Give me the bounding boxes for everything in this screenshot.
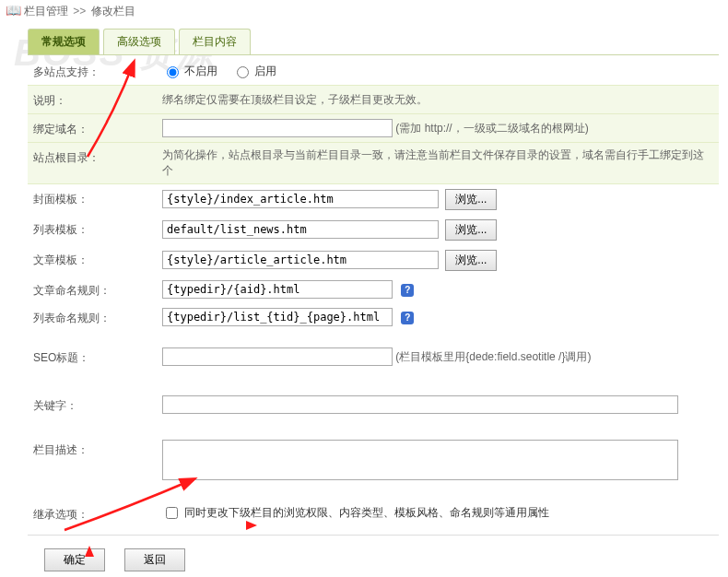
browse-list-button[interactable]: 浏览... — [445, 219, 497, 241]
explain-text: 绑名绑定仅需要在顶级栏目设定，子级栏目更改无效。 — [162, 93, 428, 106]
tab-content[interactable]: 栏目内容 — [179, 29, 251, 54]
page-header: 栏目管理 >> 修改栏目 — [0, 0, 728, 23]
label-article-tpl: 文章模板： — [28, 245, 157, 276]
form-table: 多站点支持： 不启用 启用 说明： 绑名绑定仅需要在顶级栏目设定，子级栏目更改无… — [28, 57, 719, 527]
label-seo-title: SEO标题： — [28, 343, 157, 371]
radio-enable[interactable] — [237, 66, 249, 78]
label-article-rule: 文章命名规则： — [28, 276, 157, 303]
back-button[interactable]: 返回 — [124, 548, 185, 571]
browse-cover-button[interactable]: 浏览... — [445, 189, 497, 210]
help-icon[interactable]: ? — [401, 312, 414, 324]
inherit-text: 同时更改下级栏目的浏览权限、内容类型、模板风格、命名规则等通用属性 — [184, 505, 549, 521]
help-icon[interactable]: ? — [401, 284, 414, 297]
ok-button[interactable]: 确定 — [44, 548, 105, 571]
article-rule-input[interactable] — [162, 280, 393, 299]
label-keywords: 关键字： — [28, 391, 157, 418]
keywords-input[interactable] — [162, 395, 678, 414]
seo-title-input[interactable] — [162, 347, 393, 366]
seo-hint: (栏目模板里用{dede:field.seotitle /}调用) — [395, 350, 591, 363]
button-bar: 确定 返回 — [28, 535, 719, 571]
bind-domain-input[interactable] — [162, 119, 393, 137]
site-root-hint: 为简化操作，站点根目录与当前栏目目录一致，请注意当前栏目文件保存目录的设置，域名… — [162, 148, 704, 177]
inherit-checkbox[interactable] — [166, 507, 178, 519]
tab-advanced[interactable]: 高级选项 — [103, 29, 175, 54]
label-cover-tpl: 封面模板： — [28, 184, 157, 216]
breadcrumb-section: 栏目管理 — [24, 5, 68, 18]
label-multisite: 多站点支持： — [28, 57, 157, 86]
article-tpl-input[interactable] — [162, 251, 439, 269]
book-icon — [6, 6, 20, 18]
list-rule-input[interactable] — [162, 308, 393, 326]
list-tpl-input[interactable] — [162, 220, 439, 239]
label-site-root: 站点根目录： — [28, 143, 157, 184]
browse-article-button[interactable]: 浏览... — [445, 250, 497, 271]
label-list-tpl: 列表模板： — [28, 215, 157, 245]
radio-disable[interactable] — [167, 66, 179, 78]
label-description: 栏目描述： — [28, 435, 157, 488]
breadcrumb-separator: >> — [73, 5, 86, 18]
bind-domain-hint: (需加 http://，一级或二级域名的根网址) — [395, 122, 588, 135]
radio-enable-label: 启用 — [254, 65, 276, 77]
radio-disable-label: 不启用 — [184, 65, 217, 77]
cover-tpl-input[interactable] — [162, 190, 439, 208]
breadcrumb-page: 修改栏目 — [91, 5, 135, 18]
description-textarea[interactable] — [162, 440, 678, 480]
tab-bar: 常规选项 高级选项 栏目内容 — [28, 29, 719, 55]
label-bind-domain: 绑定域名： — [28, 114, 157, 143]
label-inherit: 继承选项： — [28, 500, 157, 527]
tab-general[interactable]: 常规选项 — [28, 29, 100, 54]
label-explain: 说明： — [28, 86, 157, 114]
label-list-rule: 列表命名规则： — [28, 303, 157, 331]
